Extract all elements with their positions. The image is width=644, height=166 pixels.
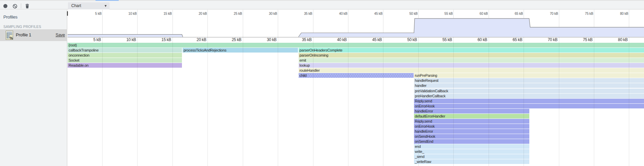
svg-text:%: % — [10, 36, 13, 40]
